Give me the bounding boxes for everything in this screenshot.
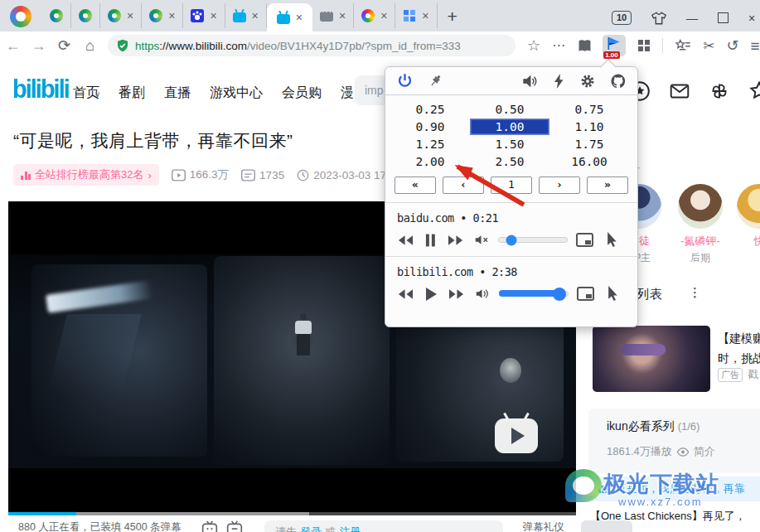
tab-close-icon[interactable]: ×	[339, 10, 346, 22]
last-page-button[interactable]: »	[587, 177, 628, 194]
browser-logo-icon[interactable]	[10, 6, 31, 27]
forward-icon[interactable]: →	[26, 37, 51, 55]
cursor-select-icon[interactable]	[608, 286, 620, 302]
speaker-on-icon[interactable]	[476, 288, 491, 300]
github-icon[interactable]	[610, 73, 627, 89]
new-tab-button[interactable]: +	[448, 7, 457, 27]
collection-title[interactable]: ikun必看系列	[607, 419, 675, 433]
muted-speaker-icon[interactable]	[475, 234, 490, 246]
tab-close-icon[interactable]: ×	[127, 10, 133, 22]
login-link[interactable]: 登录	[301, 520, 322, 532]
browser-tab[interactable]	[71, 3, 100, 28]
speed-option[interactable]: 2.00	[390, 153, 470, 170]
pause-icon[interactable]	[425, 234, 436, 247]
first-page-button[interactable]: «	[395, 177, 436, 194]
picture-in-picture-icon[interactable]	[576, 233, 593, 247]
bookmark-star-icon[interactable]: ☆	[527, 38, 540, 53]
speaker-icon[interactable]	[522, 74, 539, 89]
home-icon[interactable]: ⌂	[77, 37, 103, 55]
browser-tab[interactable]: ×	[395, 3, 437, 28]
rewind-icon[interactable]	[398, 288, 414, 300]
member-name[interactable]: 快	[726, 234, 760, 249]
tab-close-icon[interactable]: ×	[252, 10, 259, 22]
speed-option[interactable]: 2.50	[470, 153, 549, 170]
speed-option[interactable]: 0.75	[549, 101, 629, 118]
reading-list-icon[interactable]	[577, 39, 593, 53]
tab-close-icon[interactable]: ×	[296, 12, 303, 23]
overflow-dots-icon[interactable]: ⋯	[552, 39, 565, 52]
maximize-button[interactable]	[718, 12, 729, 23]
close-button[interactable]: ×	[748, 12, 757, 24]
undo-icon[interactable]: ↺	[726, 38, 738, 53]
browser-tab[interactable]: ×	[183, 3, 225, 28]
speed-extension-icon[interactable]: 1.00	[603, 35, 626, 56]
danmaku-etiquette-link[interactable]: 弹幕礼仪	[523, 520, 564, 532]
dynamic-pinwheel-icon[interactable]	[709, 80, 730, 102]
browser-tab[interactable]: ×	[100, 3, 142, 28]
nav-item[interactable]: 番剧	[119, 85, 145, 102]
volume-knob[interactable]	[553, 288, 566, 301]
volume-slider[interactable]	[498, 237, 568, 243]
nav-item[interactable]: 游戏中心	[210, 85, 263, 102]
tab-close-icon[interactable]: ×	[168, 10, 175, 22]
bilibili-play-overlay-button[interactable]	[495, 418, 538, 453]
settings-gear-icon[interactable]	[579, 73, 596, 89]
tab-close-icon[interactable]: ×	[380, 10, 387, 22]
collection-card[interactable]: ikun必看系列(1/6) 1861.4万播放 简介	[588, 409, 760, 473]
ad-thumbnail[interactable]	[593, 326, 710, 392]
speed-option[interactable]: 1.25	[390, 136, 470, 152]
avatar[interactable]	[737, 184, 760, 229]
speed-option[interactable]: 0.50	[470, 101, 549, 118]
fast-forward-icon[interactable]	[448, 235, 463, 246]
danmaku-input[interactable]: 请先 登录 或 注册...	[264, 520, 503, 532]
rank-badge[interactable]: 全站排行榜最高第32名 ›	[13, 164, 159, 186]
address-bar[interactable]: https://www.bilibili.com/video/BV1HX4y1D…	[108, 35, 516, 56]
speed-option[interactable]: 16.00	[549, 153, 629, 170]
nav-item[interactable]: 会员购	[282, 85, 322, 102]
pin-icon[interactable]	[428, 73, 443, 89]
play-icon[interactable]	[425, 288, 437, 301]
scissors-icon[interactable]: ✂	[703, 39, 714, 53]
browser-tab[interactable]: ×	[225, 3, 267, 28]
register-link[interactable]: 注册...	[340, 520, 369, 532]
playlist-item[interactable]: 【One Last Chickens】再见了，	[590, 509, 760, 524]
next-page-button[interactable]: ›	[539, 177, 580, 194]
speed-option[interactable]: 1.75	[549, 136, 629, 152]
message-mail-icon[interactable]	[669, 80, 690, 102]
browser-tab[interactable]	[42, 3, 71, 28]
tab-close-icon[interactable]: ×	[210, 10, 216, 22]
member-name[interactable]: -氮磷钾-	[667, 234, 733, 249]
danmaku-toggle-tv-icon[interactable]	[201, 520, 218, 532]
extensions-grid-icon[interactable]	[637, 39, 651, 52]
page-number-input[interactable]: 1	[491, 177, 532, 194]
rewind-icon[interactable]	[398, 235, 414, 246]
favorites-list-icon[interactable]	[675, 39, 691, 52]
volume-slider[interactable]	[499, 291, 569, 297]
theme-tshirt-icon[interactable]	[651, 12, 666, 25]
volume-knob[interactable]	[506, 235, 516, 245]
ad-title[interactable]: 【建模赚 时，挑战	[718, 328, 760, 368]
browser-tab[interactable]: ×	[354, 3, 395, 28]
browser-tab[interactable]: ×	[142, 3, 183, 28]
nav-item[interactable]: 直播	[164, 85, 191, 102]
back-icon[interactable]: ←	[0, 37, 26, 55]
tab-count-badge[interactable]: 10	[612, 11, 632, 25]
speed-option[interactable]: 1.10	[549, 118, 629, 135]
collection-intro-link[interactable]: 简介	[694, 444, 715, 459]
bilibili-logo[interactable]: bilibili	[12, 75, 69, 104]
refresh-icon[interactable]: ⟳	[51, 36, 77, 55]
browser-tab[interactable]: ×	[312, 3, 354, 28]
boost-bolt-icon[interactable]	[553, 73, 565, 89]
speed-option[interactable]: 0.25	[390, 101, 470, 118]
picture-in-picture-icon[interactable]	[577, 287, 594, 301]
tab-close-icon[interactable]: ×	[422, 10, 428, 22]
avatar[interactable]	[678, 184, 723, 229]
fast-forward-icon[interactable]	[448, 288, 464, 300]
team-member[interactable]: 快	[726, 184, 760, 251]
cursor-select-icon[interactable]	[607, 232, 619, 248]
power-icon[interactable]	[396, 72, 414, 89]
minimize-button[interactable]: —	[686, 12, 698, 24]
menu-icon[interactable]: ≡	[750, 38, 759, 54]
speed-option[interactable]: 1.50	[470, 136, 549, 152]
team-member[interactable]: -氮磷钾- 后期	[667, 184, 733, 265]
